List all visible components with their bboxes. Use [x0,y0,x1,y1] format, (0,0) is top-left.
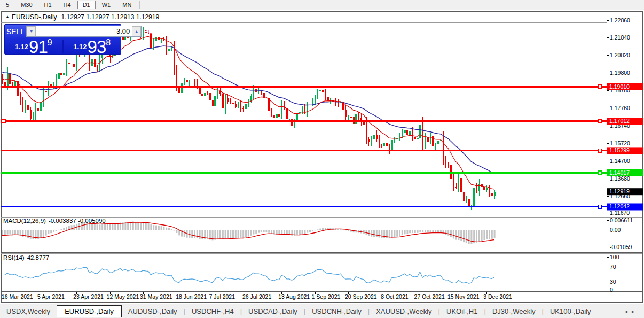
tab-dj30-weekly[interactable]: DJ30-,Weekly [486,306,542,317]
rsi-label: RSI(14)42.8777 [3,254,49,261]
rsi-panel [1,267,607,283]
buy-price[interactable]: 1.12938 [64,35,121,58]
macd-values: -0.003837 -0.005090 [49,218,106,224]
date-axis: 16 Mar 20215 Apr 202123 Apr 202112 May 2… [2,292,512,300]
svg-text:15 Nov 2021: 15 Nov 2021 [447,293,480,300]
macd-panel [2,221,494,244]
svg-text:70: 70 [610,263,616,270]
sell-price-pips: 91 [29,37,48,57]
chart-title: ▲EURUSD-,Daily1.12927 1.12927 1.12913 1.… [5,13,159,21]
tab-xauusd-weekly[interactable]: XAUUSD-,Weekly [370,306,438,317]
svg-text:30: 30 [610,278,616,285]
sell-price-point: 9 [48,38,52,47]
svg-text:5 Apr 2021: 5 Apr 2021 [37,293,65,300]
chart-tabbar: USDX,WeeklyEURUSD-,DailyAUDUSD-,Daily|US… [0,304,644,318]
triangle-down-icon: ▼ [29,29,33,33]
tab-scroll-nav: ◂▸ [625,308,639,314]
rsi-value: 42.8777 [27,254,50,261]
timeframe-button-w1[interactable]: W1 [97,1,116,9]
svg-text:0: 0 [610,286,613,293]
svg-text:1.19010: 1.19010 [609,83,630,90]
svg-text:0.00: 0.00 [610,227,621,233]
svg-text:1.17760: 1.17760 [610,105,630,111]
svg-text:16 Mar 2021: 16 Mar 2021 [2,293,33,300]
macd-name: MACD(12,26,9) [3,218,46,224]
tab-usdchf-h4[interactable]: USDCHF-,H4 [185,306,240,317]
svg-text:1.19800: 1.19800 [610,69,630,76]
svg-text:12 May 2021: 12 May 2021 [107,293,139,300]
sell-price-base: 1.12 [15,43,28,51]
macd-label: MACD(12,26,9)-0.003837 -0.005090 [3,218,106,224]
svg-text:0.006611: 0.006611 [610,217,633,223]
svg-text:100: 100 [610,254,619,260]
rsi-name: RSI(14) [3,254,25,261]
svg-text:8 Oct 2021: 8 Oct 2021 [381,293,409,300]
chart-ohlc-values: 1.12927 1.12927 1.12913 1.12919 [61,13,160,21]
svg-text:1.17012: 1.17012 [609,118,630,124]
timeframe-button-mn[interactable]: MN [117,1,137,9]
svg-text:23 Apr 2021: 23 Apr 2021 [73,293,104,300]
timeframe-toolbar: 5M30H1H4D1W1MN [0,0,644,10]
svg-text:1.21840: 1.21840 [610,34,630,41]
svg-text:1.20820: 1.20820 [610,52,630,58]
triangle-up-icon: ▲ [135,29,138,33]
tab-usdcnh-daily[interactable]: USDCNH-,Daily [305,306,367,317]
svg-text:-0.01059: -0.01059 [610,244,632,250]
tab-uk100-daily[interactable]: UK100-,Daily [544,306,598,317]
svg-text:20 Sep 2021: 20 Sep 2021 [345,293,377,300]
timeframe-button-h1[interactable]: H1 [39,1,57,9]
collapse-icon[interactable]: ▲ [5,14,10,19]
buy-price-pips: 93 [88,37,106,57]
svg-text:1.15720: 1.15720 [610,140,630,146]
svg-text:13 Aug 2021: 13 Aug 2021 [278,293,310,300]
timeframe-button-h4[interactable]: H4 [58,1,76,9]
svg-text:1.15299: 1.15299 [609,147,630,153]
svg-text:18 Jun 2021: 18 Jun 2021 [176,293,207,300]
sell-price[interactable]: 1.12919 [5,35,62,58]
svg-text:1.14700: 1.14700 [610,158,630,164]
timeframe-button-d1[interactable]: D1 [77,1,96,9]
tab-eurusd-daily[interactable]: EURUSD-,Daily [57,305,122,317]
buy-price-point: 8 [106,38,111,47]
volume-increase-button[interactable]: ▲ [132,26,141,36]
tabs-scroll-right-icon[interactable]: ▸ [632,308,639,314]
trade-panel-price-row: 1.12919 1.12938 [5,38,121,55]
chart-symbol-period: EURUSD-,Daily [12,13,57,21]
timeframe-button-m30[interactable]: M30 [15,1,37,9]
svg-text:7 Jul 2021: 7 Jul 2021 [209,293,235,300]
tabs-scroll-left-icon[interactable]: ◂ [625,308,632,314]
buy-price-base: 1.12 [73,43,87,51]
svg-text:1.11670: 1.11670 [610,210,630,216]
svg-text:31 May 2021: 31 May 2021 [140,293,172,300]
svg-text:26 Jul 2021: 26 Jul 2021 [242,293,271,300]
toolbar-separator [139,1,140,9]
buy-button[interactable]: BUY [143,26,159,38]
svg-text:1.12919: 1.12919 [609,188,630,195]
svg-text:3 Dec 2021: 3 Dec 2021 [483,293,512,300]
tab-usdx-weekly[interactable]: USDX,Weekly [0,306,57,317]
tab-usdcad-daily[interactable]: USDCAD-,Daily [242,306,304,317]
svg-text:27 Oct 2021: 27 Oct 2021 [414,293,445,300]
tab-audusd-daily[interactable]: AUDUSD-,Daily [122,306,184,317]
svg-text:1.22860: 1.22860 [610,17,630,24]
timeframe-button-5[interactable]: 5 [1,1,14,9]
svg-text:1 Sep 2021: 1 Sep 2021 [312,293,341,300]
one-click-trading-panel: SELL ▼ ▲ BUY 1.12919 1.12938 [4,24,121,55]
tab-ukoil-h1[interactable]: UKOil-,H1 [440,306,484,317]
svg-text:1.14017: 1.14017 [609,169,630,176]
current-price-badge: 1.12919 [607,188,643,195]
price-axis: 1.228601.218401.208201.198001.187801.177… [607,17,633,293]
svg-text:1.12042: 1.12042 [609,203,630,210]
